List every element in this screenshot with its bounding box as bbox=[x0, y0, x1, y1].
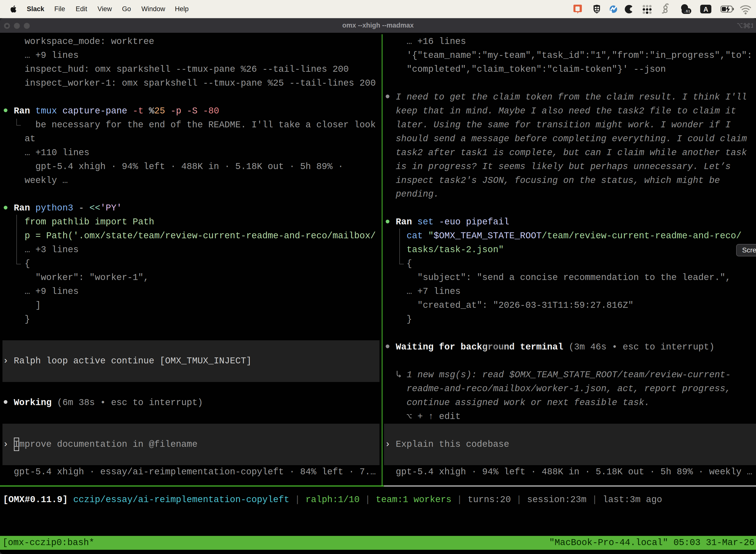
svg-text:1: 1 bbox=[751, 22, 753, 29]
svg-text:A: A bbox=[703, 6, 708, 13]
svg-text:..61: ..61 bbox=[684, 9, 690, 13]
